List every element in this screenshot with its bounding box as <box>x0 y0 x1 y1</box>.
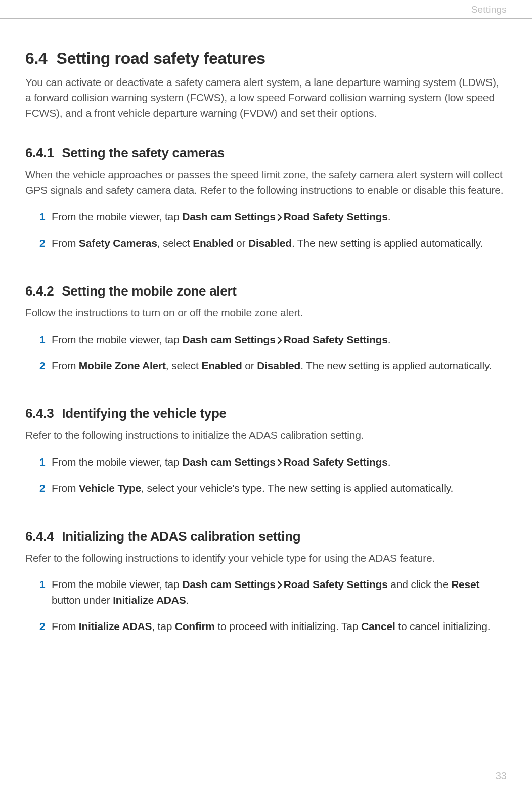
subsection-number: 6.4.2 <box>25 283 54 299</box>
step-item: 2 From Initialize ADAS, tap Confirm to p… <box>39 619 507 634</box>
step-list: 1 From the mobile viewer, tap Dash cam S… <box>25 577 507 634</box>
section-title: Setting road safety features <box>57 49 265 67</box>
subsection-title: Initializing the ADAS calibration settin… <box>62 529 300 544</box>
subsection-intro: When the vehicle approaches or passes th… <box>25 167 507 198</box>
chevron-right-icon <box>277 581 283 589</box>
step-text: From Mobile Zone Alert, select Enabled o… <box>52 360 492 371</box>
step-text: From the mobile viewer, tap Dash cam Set… <box>52 456 390 468</box>
header-label: Settings <box>471 4 507 15</box>
step-text: From the mobile viewer, tap Dash cam Set… <box>52 578 479 605</box>
subsection-number: 6.4.4 <box>25 529 54 544</box>
chevron-right-icon <box>277 337 283 344</box>
section-heading: 6.4Setting road safety features <box>25 49 507 68</box>
subsection-heading: 6.4.2Setting the mobile zone alert <box>25 283 507 299</box>
page-content: 6.4Setting road safety features You can … <box>0 19 532 634</box>
step-number: 2 <box>39 236 45 251</box>
page-number: 33 <box>496 770 507 782</box>
section-intro: You can activate or deactivate a safety … <box>25 75 507 121</box>
step-number: 2 <box>39 619 45 634</box>
section-number: 6.4 <box>25 49 48 67</box>
chevron-right-icon <box>277 459 283 466</box>
step-item: 1 From the mobile viewer, tap Dash cam S… <box>39 454 507 470</box>
step-number: 1 <box>39 332 45 347</box>
step-list: 1 From the mobile viewer, tap Dash cam S… <box>25 332 507 374</box>
subsection-number: 6.4.1 <box>25 145 54 160</box>
step-number: 1 <box>39 454 45 470</box>
step-number: 2 <box>39 481 45 496</box>
subsection-heading: 6.4.3Identifying the vehicle type <box>25 406 507 422</box>
step-item: 2 From Safety Cameras, select Enabled or… <box>39 236 507 251</box>
subsection-heading: 6.4.1Setting the safety cameras <box>25 145 507 161</box>
step-item: 1 From the mobile viewer, tap Dash cam S… <box>39 332 507 347</box>
step-number: 1 <box>39 209 45 224</box>
subsection-title: Identifying the vehicle type <box>62 406 226 421</box>
step-number: 1 <box>39 577 45 592</box>
subsection-title: Setting the safety cameras <box>62 145 225 160</box>
step-text: From Initialize ADAS, tap Confirm to pro… <box>52 620 490 632</box>
step-list: 1 From the mobile viewer, tap Dash cam S… <box>25 454 507 496</box>
step-item: 1 From the mobile viewer, tap Dash cam S… <box>39 577 507 608</box>
subsection-heading: 6.4.4Initializing the ADAS calibration s… <box>25 529 507 545</box>
step-item: 1 From the mobile viewer, tap Dash cam S… <box>39 209 507 224</box>
subsection-title: Setting the mobile zone alert <box>62 283 236 299</box>
subsection-intro: Refer to the following instructions to i… <box>25 551 507 566</box>
subsection-intro: Follow the instructions to turn on or of… <box>25 305 507 320</box>
step-item: 2 From Vehicle Type, select your vehicle… <box>39 481 507 496</box>
page-header: Settings <box>0 0 532 19</box>
step-list: 1 From the mobile viewer, tap Dash cam S… <box>25 209 507 251</box>
step-text: From Vehicle Type, select your vehicle's… <box>52 482 453 494</box>
step-item: 2 From Mobile Zone Alert, select Enabled… <box>39 358 507 373</box>
step-text: From Safety Cameras, select Enabled or D… <box>52 237 483 249</box>
chevron-right-icon <box>277 214 283 221</box>
step-number: 2 <box>39 358 45 373</box>
subsection-intro: Refer to the following instructions to i… <box>25 428 507 443</box>
subsection-number: 6.4.3 <box>25 406 54 421</box>
step-text: From the mobile viewer, tap Dash cam Set… <box>52 211 390 222</box>
step-text: From the mobile viewer, tap Dash cam Set… <box>52 333 390 345</box>
